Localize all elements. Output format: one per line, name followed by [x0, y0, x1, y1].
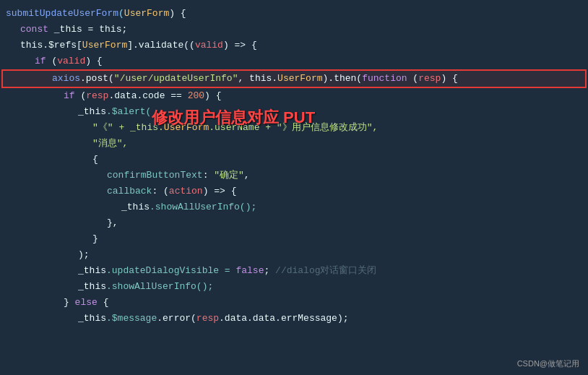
code-line: "消息",	[0, 136, 588, 152]
code-line: },	[0, 215, 588, 231]
code-container: submitUpdateUserForm(UserForm) {const _t…	[0, 0, 588, 375]
code-line: confirmButtonText: "确定",	[0, 168, 588, 184]
code-line: _this.$message.error(resp.data.data.errM…	[0, 311, 588, 327]
code-line: _this.showAllUserInfo();	[0, 199, 588, 215]
code-line: if (valid) {	[0, 53, 588, 69]
code-line: this.$refs[UserForm].validate((valid) =>…	[0, 38, 588, 53]
code-line: axios.post("/user/updateUserInfo", this.…	[1, 69, 587, 88]
annotation-text: 修改用户信息对应 PUT	[152, 107, 315, 129]
code-line: callback: (action) => {	[0, 184, 588, 199]
code-line: _this.showAllUserInfo();	[0, 279, 588, 295]
code-line: if (resp.data.code == 200) {	[0, 88, 588, 104]
code-line: } else {	[0, 295, 588, 311]
code-line: {	[0, 152, 588, 168]
watermark: CSDN@做笔记用	[517, 358, 579, 369]
code-line: );	[0, 247, 588, 263]
code-line: }	[0, 231, 588, 247]
code-line: const _this = this;	[0, 22, 588, 38]
code-line: _this.updateDialogVisible = false; //dia…	[0, 263, 588, 279]
code-line: submitUpdateUserForm(UserForm) {	[0, 6, 588, 22]
code-lines: submitUpdateUserForm(UserForm) {const _t…	[0, 6, 588, 327]
